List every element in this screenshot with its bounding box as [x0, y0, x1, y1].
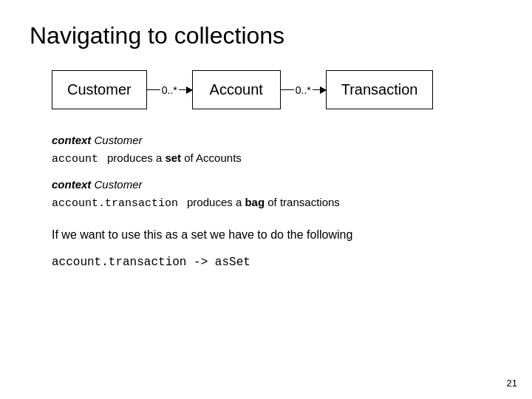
uml-diagram: Customer 0..* Account 0..* Transaction [52, 70, 502, 109]
uml-box-customer: Customer [52, 70, 147, 109]
context-class-1: Customer [95, 134, 143, 146]
code-account-transaction: account.transaction [52, 195, 178, 213]
context-block-2: context Customer account.transaction pro… [52, 176, 502, 213]
uml-box-account: Account [192, 70, 281, 109]
context-keyword-1: context [52, 134, 91, 146]
produces-2: produces a bag of transactions [187, 194, 340, 211]
context-block-1: context Customer account produces a set … [52, 132, 502, 168]
page-number: 21 [507, 378, 517, 389]
code-account: account [52, 151, 98, 168]
arrow-1: 0..* [147, 84, 192, 96]
produces-1: produces a set of Accounts [107, 149, 242, 167]
multiplicity-2: 0..* [296, 84, 311, 96]
uml-box-transaction: Transaction [326, 70, 434, 109]
multiplicity-1: 0..* [162, 84, 177, 96]
context-line-1: context Customer [52, 132, 502, 149]
slide-title: Navigating to collections [30, 22, 502, 50]
arrow-2: 0..* [281, 84, 326, 96]
final-code: account.transaction -> asSet [52, 256, 502, 269]
code-line-1: account produces a set of Accounts [52, 149, 502, 168]
slide: Navigating to collections Customer 0..* … [0, 0, 532, 399]
statement: If we want to use this as a set we have … [52, 226, 502, 244]
context-class-2: Customer [95, 178, 143, 191]
code-line-2: account.transaction produces a bag of tr… [52, 194, 502, 213]
context-line-2: context Customer [52, 176, 502, 194]
context-keyword-2: context [52, 178, 91, 191]
